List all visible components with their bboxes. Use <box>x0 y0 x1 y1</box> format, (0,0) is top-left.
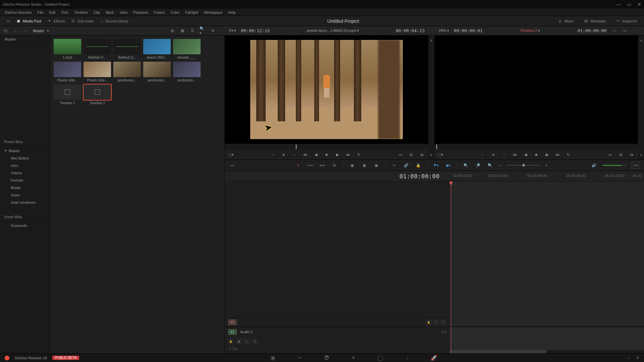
volume-icon[interactable]: 🔊 <box>591 162 597 169</box>
v1-lock-button[interactable]: 🔒 <box>426 320 431 325</box>
powerbin-master[interactable]: ▾Master <box>0 147 50 155</box>
close-button[interactable]: ✕ <box>637 2 641 7</box>
mixer-toggle[interactable]: ⫼Mixer <box>555 19 577 23</box>
timeline-hscroll[interactable] <box>449 350 644 353</box>
source-clip-name[interactable]: pexels-taryn-...t-9683115.mp4 ▾ <box>274 28 391 33</box>
media-clip[interactable]: Bathtub O... <box>84 39 111 59</box>
view-thumbnail-button[interactable]: ▦ <box>179 28 185 34</box>
v1-disable-button[interactable]: ▭ <box>441 320 446 325</box>
insert-clip-button[interactable]: ▣ <box>349 162 356 169</box>
match-frame-button[interactable]: ▢▾ <box>228 152 234 158</box>
project-settings-button[interactable]: ⚙ <box>636 356 639 360</box>
p-replace-button[interactable]: |◂ <box>629 152 635 158</box>
powerbin-item[interactable]: Outro <box>0 191 50 199</box>
custom-zoom-button[interactable]: 🔍 <box>487 162 493 169</box>
source-options-button[interactable]: ⋯ <box>429 28 435 34</box>
program-timeline-name[interactable]: Timeline 2 ▾ <box>487 28 573 33</box>
menu-file[interactable]: File <box>35 10 46 14</box>
zoom-out-button[interactable]: − <box>499 163 501 167</box>
media-clip[interactable]: pexels-tary... <box>113 62 141 82</box>
powerbin-item[interactable]: Videos <box>0 169 50 177</box>
zoom-slider[interactable] <box>506 165 540 166</box>
dim-button[interactable]: DIM <box>632 162 640 169</box>
media-clip[interactable]: 1.mp3 <box>54 39 81 59</box>
media-clip[interactable]: beach-2562... <box>143 39 171 59</box>
p-mark-in-button[interactable]: ‹ <box>480 152 486 158</box>
overwrite-button[interactable]: ▭ <box>397 152 404 158</box>
home-button[interactable]: ⌂ <box>628 356 630 360</box>
step-back-button[interactable]: ◀ <box>313 152 319 158</box>
timeline-timecode[interactable]: 01:00:00:00 <box>228 173 446 180</box>
dynamic-trim-tool[interactable]: ⟺ <box>319 162 326 169</box>
menu-playback[interactable]: Playback <box>130 10 151 14</box>
bypass-grades-button[interactable]: ◇ <box>611 28 617 34</box>
a1-solo-button[interactable]: S <box>244 339 250 344</box>
mark-out-button[interactable]: › <box>291 152 298 158</box>
menu-timeline[interactable]: Timeline <box>71 10 91 14</box>
video-track-header[interactable]: V1 🔒 ▢ ▭ <box>225 317 449 327</box>
overwrite-clip-button[interactable]: ▣ <box>361 162 368 169</box>
media-clip[interactable]: Pexels Vide... <box>84 62 111 82</box>
loop-button[interactable]: ↻ <box>356 152 362 158</box>
media-clip[interactable]: Bathtub Q... <box>113 39 141 59</box>
volume-slider[interactable] <box>603 165 626 166</box>
p-goto-last-button[interactable]: ⏭ <box>555 152 561 158</box>
media-clip[interactable]: production... <box>173 62 201 82</box>
color-page-button[interactable]: ◯ <box>377 355 384 361</box>
inspector-toggle[interactable]: ✂Inspector <box>613 19 641 23</box>
timeline-ruler[interactable]: 01:00:00:00 02:08:22:00 03:16:44:00 04:2… <box>449 171 644 182</box>
p-loop-button[interactable]: ↻ <box>566 152 572 158</box>
playhead[interactable] <box>451 182 451 353</box>
media-clip[interactable]: pexels-tary... <box>143 62 171 82</box>
zoom-to-fit-button[interactable]: 🔍 <box>463 162 469 169</box>
p-goto-first-button[interactable]: ⏮ <box>512 152 518 158</box>
p-stop-button[interactable]: ■ <box>533 152 539 158</box>
a1-lock-button[interactable]: 🔒 <box>228 339 233 344</box>
edit-page-button[interactable]: ⏱ <box>323 355 330 361</box>
stop-button[interactable]: ■ <box>324 152 330 158</box>
menu-trim[interactable]: Trim <box>58 10 71 14</box>
deliver-page-button[interactable]: 🚀 <box>431 355 437 361</box>
sort-button[interactable]: ⇅ <box>210 28 216 34</box>
cut-page-button[interactable]: ✂ <box>297 355 303 361</box>
minimize-button[interactable]: — <box>616 2 621 7</box>
play-button[interactable]: ▶ <box>334 152 340 158</box>
menu-fusion[interactable]: Fusion <box>151 10 168 14</box>
menu-edit[interactable]: Edit <box>46 10 58 14</box>
menu-view[interactable]: View <box>117 10 130 14</box>
a1-mute-button[interactable]: M <box>252 339 258 344</box>
smartbin-item[interactable]: Keywords <box>0 222 50 229</box>
menu-clip[interactable]: Clip <box>91 10 103 14</box>
p-play-button[interactable]: ▶ <box>544 152 550 158</box>
nav-back-button[interactable]: ‹ <box>13 28 19 34</box>
marker-button[interactable]: ◆▾ <box>445 162 451 169</box>
zoom-in-button[interactable]: + <box>545 163 547 167</box>
a1-arm-button[interactable]: ◉ <box>236 339 241 344</box>
p-insert-button[interactable]: ▸| <box>618 152 624 158</box>
fusion-page-button[interactable]: ✦ <box>350 355 357 361</box>
a1-badge[interactable]: A1 <box>228 329 237 335</box>
powerbin-item[interactable]: Fortnite <box>0 177 50 184</box>
media-page-button[interactable]: ▣ <box>270 355 276 361</box>
media-clip[interactable]: Timeline 2 <box>84 84 111 105</box>
lock-tool[interactable]: 🔒 <box>415 162 422 169</box>
view-metadata-button[interactable]: ▤ <box>169 28 175 34</box>
powerbin-item[interactable]: Geld verdienen <box>0 199 50 206</box>
goto-last-button[interactable]: ⏭ <box>345 152 351 158</box>
media-clip[interactable]: cheetah_-_... <box>173 39 201 59</box>
link-tool[interactable]: 🔗 <box>403 162 410 169</box>
menu-mark[interactable]: Mark <box>103 10 116 14</box>
maximize-button[interactable]: ▭ <box>627 2 631 7</box>
program-zoom-dropdown[interactable]: 29% ▾ <box>439 28 449 33</box>
mark-in-button[interactable]: ‹ <box>270 152 276 158</box>
detail-zoom-button[interactable]: 🔎 <box>475 162 481 169</box>
menu-fairlight[interactable]: Fairlight <box>182 10 201 14</box>
flag-button[interactable]: ⚑▾ <box>433 162 439 169</box>
source-zoom-dropdown[interactable]: Fit ▾ <box>229 28 236 33</box>
v1-auto-select-button[interactable]: ▢ <box>433 320 439 325</box>
goto-out-icon[interactable]: ⏵ <box>430 153 433 157</box>
menu-davinci-resolve[interactable]: DaVinci Resolve <box>2 10 35 14</box>
replace-button[interactable]: |◂ <box>419 152 425 158</box>
bin-master[interactable]: Master <box>0 36 50 43</box>
menu-workspace[interactable]: Workspace <box>201 10 225 14</box>
